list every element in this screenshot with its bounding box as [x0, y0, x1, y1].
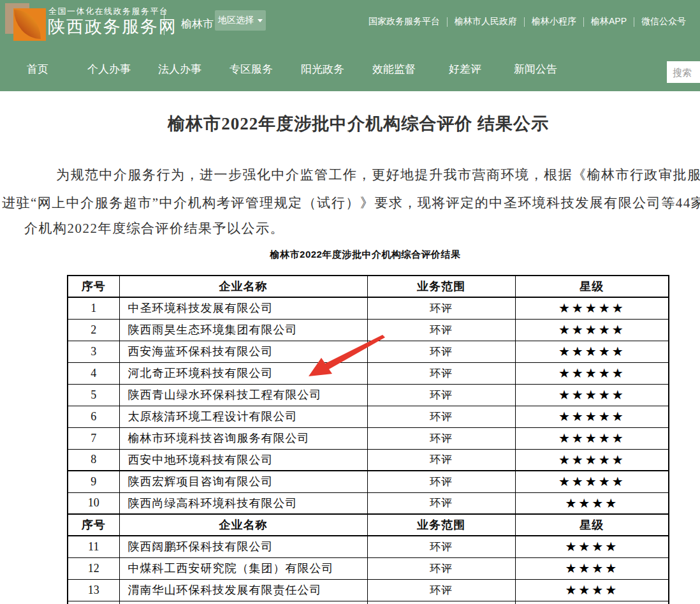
col-header-no: 序号 — [68, 276, 119, 297]
cell-star-rating: ★★★★ — [515, 536, 669, 557]
table-header-row: 序号 企业名称 业务范围 星级 — [68, 276, 669, 297]
top-link-mini-program[interactable]: 榆林小程序 — [532, 16, 576, 27]
table-row-partial — [68, 601, 669, 604]
region-selector-button[interactable]: 地区选择 — [215, 10, 266, 31]
search-box — [667, 61, 700, 83]
nav-item-zone[interactable]: 专区服务 — [230, 62, 273, 77]
cell-no: 1 — [68, 297, 119, 319]
cell-no: 8 — [68, 449, 119, 471]
table-row: 6 太原核清环境工程设计有限公司 环评 ★★★★★ — [68, 406, 669, 427]
nav-item-supervision[interactable]: 效能监督 — [372, 62, 416, 77]
cell-company-name: 榆林市环境科技咨询服务有限公司 — [119, 427, 367, 449]
table-row: 3 西安海蓝环保科技有限公司 环评 ★★★★★ — [68, 341, 669, 362]
cell-no: 2 — [68, 319, 119, 341]
col-header-name: 企业名称 — [119, 514, 367, 536]
table-row: 5 陕西青山绿水环保科技工程有限公司 环评 ★★★★★ — [68, 384, 669, 406]
paragraph-line-1: 为规范中介服务行为，进一步强化中介监管工作，更好地提升我市营商环境，根据《榆林市… — [56, 166, 700, 184]
cell-company-name: 太原核清环境工程设计有限公司 — [119, 406, 367, 427]
paragraph-line-2: 进驻“网上中介服务超市”中介机构考评管理规定（试行）》要求，现将评定的中圣环境科… — [2, 194, 700, 212]
cell-scope: 环评 — [367, 471, 515, 492]
cell-no: 9 — [68, 471, 119, 492]
cell-star-rating: ★★★★ — [515, 492, 669, 514]
table-row: 12 中煤科工西安研究院（集团）有限公司 环评 ★★★★ — [68, 557, 669, 579]
cell-no: 10 — [68, 492, 119, 514]
cell-company-name: 陕西宏辉项目咨询有限公司 — [119, 471, 367, 492]
col-header-scope: 业务范围 — [367, 276, 515, 297]
table-row: 11 陕西阔鹏环保科技有限公司 环评 ★★★★ — [68, 536, 669, 557]
cell-star-rating: ★★★★★ — [515, 449, 669, 471]
link-separator — [524, 17, 525, 27]
logo-orange-square — [13, 8, 46, 41]
col-header-stars: 星级 — [515, 514, 669, 536]
link-separator — [634, 17, 634, 27]
table-row: 13 渭南华山环保科技发展有限责任公司 环评 ★★★★ — [68, 579, 669, 601]
site-name: 陕西政务服务网 — [48, 15, 177, 38]
cell-no: 11 — [68, 536, 119, 557]
top-link-national-platform[interactable]: 国家政务服务平台 — [368, 16, 440, 27]
cell-company-name: 渭南华山环保科技发展有限责任公司 — [119, 579, 367, 601]
nav-item-legal[interactable]: 法人办事 — [158, 62, 201, 77]
cell-star-rating: ★★★★★ — [515, 319, 669, 341]
table-row: 10 陕西尚绿高科环境科技有限公司 环评 ★★★★ — [68, 492, 669, 514]
cell-company-name: 河北奇正环境科技有限公司 — [119, 362, 367, 384]
cell-no: 4 — [68, 362, 119, 384]
cell-scope: 环评 — [367, 449, 515, 471]
main-nav: 首页 个人办事 法人办事 专区服务 阳光政务 效能监督 好差评 新闻公告 — [0, 62, 700, 78]
evaluation-table: 序号 企业名称 业务范围 星级 1 中圣环境科技发展有限公司 环评 ★★★★★ … — [67, 275, 669, 604]
link-separator — [583, 17, 584, 27]
cell-company-name: 西安海蓝环保科技有限公司 — [119, 341, 367, 362]
col-header-no: 序号 — [68, 514, 119, 536]
cell-no: 7 — [68, 427, 119, 449]
site-header: 全国一体化在线政务服务平台 陕西政务服务网 榆林市 地区选择 国家政务服务平台 … — [0, 0, 700, 91]
col-header-name: 企业名称 — [119, 276, 367, 297]
search-input[interactable] — [667, 61, 700, 83]
cell-no: 12 — [68, 557, 119, 579]
chevron-down-icon — [258, 19, 263, 22]
cell-scope: 环评 — [367, 406, 515, 427]
top-link-wechat[interactable]: 微信公众号 — [641, 16, 686, 27]
cell-scope: 环评 — [367, 297, 515, 319]
cell-star-rating: ★★★★★ — [515, 427, 669, 449]
nav-item-rating[interactable]: 好差评 — [449, 62, 481, 77]
top-link-app[interactable]: 榆林APP — [591, 16, 627, 27]
cell-company-name: 陕西阔鹏环保科技有限公司 — [119, 536, 367, 557]
cell-scope: 环评 — [367, 384, 515, 406]
table-row: 1 中圣环境科技发展有限公司 环评 ★★★★★ — [68, 297, 669, 319]
table-row: 7 榆林市环境科技咨询服务有限公司 环评 ★★★★★ — [68, 427, 669, 449]
link-separator — [447, 17, 448, 27]
top-link-city-government[interactable]: 榆林市人民政府 — [455, 16, 517, 27]
cell-scope: 环评 — [367, 557, 515, 579]
cell-star-rating: ★★★★★ — [515, 471, 669, 492]
cell-star-rating: ★★★★★ — [515, 384, 669, 406]
col-header-stars: 星级 — [515, 276, 669, 297]
cell-company-name: 陕西尚绿高科环境科技有限公司 — [119, 492, 367, 514]
region-selector-label: 地区选择 — [218, 15, 254, 26]
current-city-label: 榆林市 — [181, 17, 214, 31]
cell-no: 6 — [68, 406, 119, 427]
cell-scope: 环评 — [367, 536, 515, 557]
site-logo[interactable] — [5, 3, 46, 42]
nav-item-personal[interactable]: 个人办事 — [87, 62, 131, 77]
cell-no: 5 — [68, 384, 119, 406]
nav-item-sunshine[interactable]: 阳光政务 — [301, 62, 344, 77]
cell-company-name: 陕西雨昊生态环境集团有限公司 — [119, 319, 367, 341]
cell-company-name: 西安中地环境科技有限公司 — [119, 449, 367, 471]
logo-leaf-icon — [14, 10, 41, 39]
cell-scope: 环评 — [367, 579, 515, 601]
col-header-scope: 业务范围 — [367, 514, 515, 536]
cell-star-rating: ★★★★★ — [515, 362, 669, 384]
table-row: 8 西安中地环境科技有限公司 环评 ★★★★★ — [68, 449, 669, 471]
cell-star-rating: ★★★★★ — [515, 406, 669, 427]
cell-scope: 环评 — [367, 319, 515, 341]
cell-scope: 环评 — [367, 427, 515, 449]
nav-item-news[interactable]: 新闻公告 — [514, 62, 557, 77]
table-header-row: 序号 企业名称 业务范围 星级 — [68, 514, 669, 536]
table-row: 9 陕西宏辉项目咨询有限公司 环评 ★★★★★ — [68, 471, 669, 492]
table-caption: 榆林市2022年度涉批中介机构综合评价结果 — [0, 249, 700, 261]
paragraph-line-3: 介机构2022年度综合评价结果予以公示。 — [24, 219, 284, 237]
cell-company-name: 中煤科工西安研究院（集团）有限公司 — [119, 557, 367, 579]
cell-star-rating: ★★★★ — [515, 557, 669, 579]
nav-item-home[interactable]: 首页 — [27, 62, 48, 77]
cell-star-rating: ★★★★ — [515, 579, 669, 601]
cell-no: 3 — [68, 341, 119, 362]
